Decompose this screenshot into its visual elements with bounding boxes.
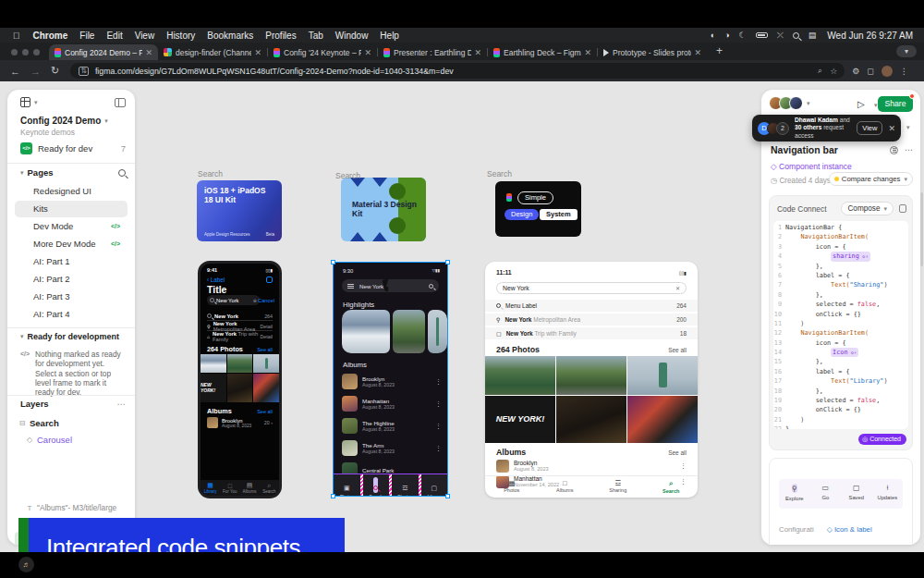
kit-card-ios[interactable]: iOS 18 + iPadOS 18 UI Kit Apple Design R… — [197, 180, 282, 241]
component-docs-icon[interactable] — [890, 146, 898, 154]
browser-tab-active[interactable]: Config 2024 Demo – Figma ✕ — [49, 44, 158, 60]
tab-close-icon[interactable]: ✕ — [694, 48, 701, 57]
collaborator-avatar[interactable] — [789, 96, 803, 110]
menu-item-window[interactable]: Window — [335, 31, 369, 41]
control-center-icon[interactable]: ▤ — [808, 31, 817, 40]
forward-button[interactable]: → — [30, 66, 41, 77]
menu-item-history[interactable]: History — [166, 31, 195, 41]
layers-menu-icon[interactable]: ⋯ — [117, 399, 127, 409]
battery-icon[interactable] — [756, 32, 768, 38]
copy-code-icon[interactable] — [899, 204, 906, 213]
panel-more-icon[interactable]: ⋯ — [905, 145, 913, 154]
ready-for-development-header-row[interactable]: ▾ Ready for development — [20, 332, 126, 341]
present-play-icon[interactable]: ▷ — [857, 99, 865, 109]
connected-badge[interactable]: Connected — [858, 434, 906, 445]
chevron-down-icon[interactable]: ▾ — [104, 117, 108, 125]
tab-close-icon[interactable]: ✕ — [584, 48, 591, 57]
window-minimize-button[interactable] — [22, 49, 29, 55]
address-bar[interactable]: ⇅ figma.com/design/G7LdOm8WULPqWSN1G48ut… — [70, 63, 845, 79]
browser-tab-slack[interactable]: design-finder (Channel) - Ub ✕ — [158, 44, 267, 60]
menu-app-name[interactable]: Chrome — [33, 31, 68, 41]
page-item-ai-part-4[interactable]: AI: Part 4 — [15, 306, 128, 323]
extension-icon[interactable]: ⚙ — [852, 67, 859, 76]
frame-label[interactable]: Search — [487, 169, 512, 178]
phone-frame-ios[interactable]: 9:41 ▯▯▮ ‹ Label Title New York ⊗ Cancel… — [198, 261, 282, 498]
compare-changes-button[interactable]: Compare changes ▾ — [829, 172, 913, 186]
share-button[interactable]: Share — [878, 96, 913, 112]
window-zoom-button[interactable] — [33, 49, 40, 55]
scrollbar[interactable] — [920, 192, 923, 266]
ready-for-dev-row[interactable]: </> Ready for dev 7 — [20, 142, 126, 154]
chevron-down-icon[interactable]: ▾ — [874, 102, 878, 109]
speaker-icon[interactable]: ♬ — [18, 557, 34, 572]
page-item-ai-part-3[interactable]: AI: Part 3 — [15, 289, 128, 305]
window-close-button[interactable] — [11, 49, 18, 55]
selection-handle[interactable] — [331, 494, 335, 498]
instance-swap-chip[interactable]: sharing — [831, 252, 870, 261]
tab-close-icon[interactable]: ✕ — [254, 48, 261, 57]
close-toast-icon[interactable]: ✕ — [888, 124, 895, 133]
code-snippet[interactable]: 1NavigationBar {2 NavigationBarItem(3 ic… — [773, 221, 908, 429]
file-title-row[interactable]: Config 2024 Demo ▾ — [20, 116, 126, 126]
menu-item-file[interactable]: File — [79, 31, 94, 41]
chevron-down-icon[interactable]: ▾ — [906, 124, 910, 131]
phone-frame-light[interactable]: 11:11 ▯▯▮ New York ✕ Menu Label 264 ⚲ Ne… — [485, 262, 698, 498]
site-info-icon[interactable]: ⇅ — [79, 67, 89, 76]
search-pages-icon[interactable] — [118, 169, 126, 177]
browser-tab-prototype[interactable]: Prototype - Slides prototype ✕ — [598, 44, 707, 60]
layer-item-carousel[interactable]: ◇ Carousel — [15, 432, 128, 448]
page-item-redesigned-ui[interactable]: Redesigned UI — [15, 183, 128, 200]
page-item-ai-part-2[interactable]: AI: Part 2 — [15, 271, 128, 288]
layer-item-search[interactable]: ⊟ Search — [15, 415, 128, 431]
compose-dropdown[interactable]: Compose▾ — [841, 202, 894, 215]
menu-item-view[interactable]: View — [135, 31, 155, 41]
menu-item-edit[interactable]: Edit — [106, 31, 122, 41]
browser-menu-icon[interactable]: ⋮ — [900, 67, 908, 76]
phone-frame-material-selected[interactable]: 9:30 ▽▮▮ New York Highlights Albums — [334, 263, 447, 496]
frame-label[interactable]: Search — [335, 171, 360, 180]
browser-tab-earthling[interactable]: Earthling Deck – Figma ✕ — [488, 44, 597, 60]
chevron-down-icon[interactable]: ▾ — [34, 99, 38, 106]
icon-and-label-link[interactable]: ◇ Icon & label — [827, 525, 872, 534]
browser-tab-presenter[interactable]: Presenter : Earthling Deck - ✕ — [378, 44, 487, 60]
instance-swap-chip[interactable]: Icon — [831, 348, 858, 357]
tab-close-icon[interactable]: ✕ — [364, 48, 371, 57]
spotlight-search-icon[interactable] — [793, 32, 799, 39]
page-item-more-dev-mode[interactable]: More Dev Mode</> — [15, 236, 128, 252]
selection-handle[interactable] — [445, 494, 450, 498]
pages-header-row[interactable]: ▾ Pages — [20, 167, 126, 178]
tab-close-icon[interactable]: ✕ — [474, 48, 481, 57]
kit-card-simple-design-system[interactable]: Simple Design System — [495, 181, 581, 237]
collapse-sidebar-icon[interactable] — [115, 98, 126, 107]
view-requests-button[interactable]: View — [857, 121, 882, 135]
zoom-page-icon[interactable]: ⌕ — [818, 66, 822, 76]
back-button[interactable]: ← — [10, 66, 20, 77]
new-tab-button[interactable]: + — [716, 44, 723, 57]
extensions-puzzle-icon[interactable]: ◻ — [867, 67, 873, 76]
layer-item-albums-title[interactable]: T "Albums"- M3/title/large — [15, 500, 128, 516]
browser-tab-keynote[interactable]: Config '24 Keynote – Figma ✕ — [268, 44, 377, 60]
menu-item-bookmarks[interactable]: Bookmarks — [207, 31, 253, 41]
tab-overflow-button[interactable]: ▾ — [896, 45, 917, 57]
menu-item-tab[interactable]: Tab — [309, 31, 323, 41]
display-contrast-icon[interactable]: ◑ — [724, 31, 729, 40]
reload-button[interactable]: ↻ — [51, 65, 59, 77]
chevron-down-icon[interactable]: ▾ — [807, 100, 810, 107]
browser-profile-avatar[interactable] — [881, 66, 893, 77]
menu-item-profiles[interactable]: Profiles — [265, 31, 296, 41]
bookmark-star-icon[interactable]: ☆ — [830, 67, 837, 76]
page-item-dev-mode[interactable]: Dev Mode</> — [15, 218, 128, 235]
tab-close-icon[interactable]: ✕ — [145, 48, 152, 57]
kit-card-material[interactable]: Material 3 Design Kit — [341, 178, 426, 241]
do-not-disturb-icon[interactable]: ☾ — [739, 31, 747, 40]
component-instance-row[interactable]: ◇ Component instance — [771, 162, 852, 171]
page-item-kits[interactable]: Kits — [15, 201, 128, 217]
record-status-icon[interactable]: ◐ — [711, 31, 715, 40]
menu-item-help[interactable]: Help — [380, 31, 399, 41]
frame-label[interactable]: Search — [198, 169, 223, 178]
figma-main-menu-icon[interactable] — [20, 97, 30, 107]
selection-handle[interactable] — [445, 260, 450, 264]
network-icon[interactable]: ⤫ — [777, 31, 784, 41]
navigation-bar-component-selected[interactable]: ▣Photos Search ☲Sharing ▢Library — [334, 474, 447, 496]
selection-handle[interactable] — [331, 260, 335, 264]
